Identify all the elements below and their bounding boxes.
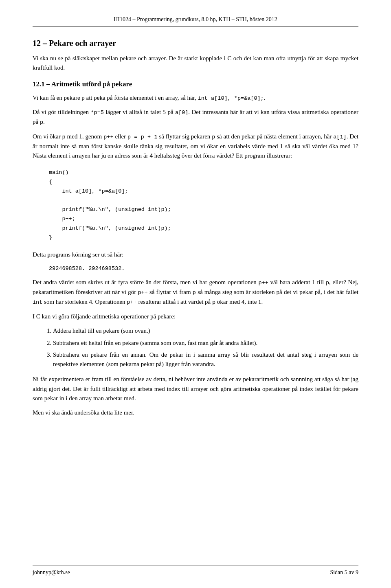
- section1-p1: Vi kan få en pekare p att peka på första…: [33, 93, 358, 103]
- inline-p3-p2: p: [212, 134, 215, 140]
- list-item-1-text: Addera heltal till en pekare (som ovan.): [53, 327, 150, 334]
- inline-p4-p: p: [326, 280, 329, 286]
- section1-p7: Men vi ska ändå undersöka detta lite mer…: [33, 408, 358, 417]
- list-item-2: Subtrahera ett heltal från en pekare (sa…: [53, 338, 358, 348]
- section1-p1-text: Vi kan få en pekare p att peka på första…: [33, 94, 196, 101]
- section1-p1-code: int a[10], *p=&a[0];: [198, 95, 264, 101]
- list-item-3-text: Subtrahera en pekare från en annan. Om d…: [53, 351, 358, 367]
- inline-p4-pp: p++: [259, 280, 268, 286]
- inline-p4-pp3: p++: [127, 299, 136, 305]
- output-label: Detta programs körning ser ut så här:: [33, 250, 358, 259]
- inline-p3-p1: p: [62, 134, 66, 140]
- section1-p3: Om vi ökar p med 1, genom p++ eller p = …: [33, 132, 358, 160]
- list-item-2-text: Subtrahera ett heltal från en pekare (sa…: [53, 340, 257, 346]
- footer-email: johnnyp@kth.se: [33, 569, 70, 576]
- section1-p6: Ni får experimentera er fram till en för…: [33, 375, 358, 403]
- inline-p3-a1: a[1]: [333, 134, 346, 140]
- inline-code-p2: *p=5: [91, 110, 104, 116]
- inline-p3-peq: p = p + 1: [127, 134, 158, 140]
- output-values: 2924698528. 2924698532.: [49, 265, 125, 272]
- section1-p2: Då vi gör tilldelningen *p=5 lägger vi a…: [33, 108, 358, 127]
- inline-p4-int: int: [33, 299, 42, 305]
- section1-p4-text: Det andra värdet som skrivs ut är fyra s…: [33, 279, 358, 305]
- list-item-1: Addera heltal till en pekare (som ovan.): [53, 326, 358, 336]
- operations-list: Addera heltal till en pekare (som ovan.)…: [53, 326, 358, 369]
- page-container: HI1024 – Programmering, grundkurs, 8.0 h…: [0, 0, 391, 588]
- section1-p2-text: Då vi gör tilldelningen *p=5 lägger vi a…: [33, 109, 358, 125]
- list-item-3: Subtrahera en pekare från en annan. Om d…: [53, 350, 358, 369]
- section1-p3-text: Om vi ökar p med 1, genom p++ eller p = …: [33, 133, 358, 159]
- page-header: HI1024 – Programmering, grundkurs, 8.0 h…: [33, 16, 358, 26]
- section1-heading: 12.1 – Aritmetik utförd på pekare: [33, 80, 358, 88]
- inline-p4-p2: p: [193, 290, 196, 296]
- inline-p4-pp2: p++: [138, 290, 147, 296]
- chapter-heading: 12 – Pekare och arrayer: [33, 39, 358, 48]
- code-content: main() { int a[10], *p=&a[0]; printf("%u…: [49, 169, 171, 241]
- inline-p4-p3: p: [212, 299, 215, 305]
- section1-p4: Det andra värdet som skrivs ut är fyra s…: [33, 278, 358, 307]
- inline-code-p: p: [40, 119, 43, 125]
- section1-p5: I C kan vi göra följande aritmetiska ope…: [33, 312, 358, 321]
- output-block: 2924698528. 2924698532.: [49, 264, 358, 274]
- footer-page-info: Sidan 5 av 9: [330, 569, 358, 576]
- page-footer: johnnyp@kth.se Sidan 5 av 9: [33, 566, 358, 576]
- inline-p3-pp: p++: [103, 134, 113, 140]
- inline-code-a0: a[0]: [175, 110, 188, 116]
- code-block-main: main() { int a[10], *p=&a[0]; printf("%u…: [49, 168, 358, 243]
- header-title: HI1024 – Programmering, grundkurs, 8.0 h…: [114, 16, 277, 22]
- intro-text: Vi ska nu se på släktskapet mellan pekar…: [33, 55, 358, 71]
- chapter-intro: Vi ska nu se på släktskapet mellan pekar…: [33, 54, 358, 73]
